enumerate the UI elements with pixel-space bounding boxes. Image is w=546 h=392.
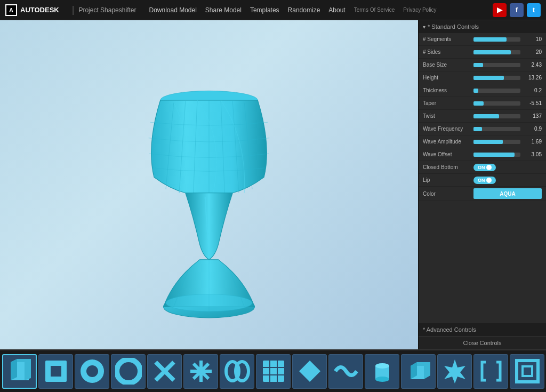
templates-link[interactable]: Templates [246, 6, 284, 14]
slider-track-5[interactable] [473, 101, 520, 106]
advanced-controls-header[interactable]: * Advanced Controls [419, 323, 546, 336]
value-1: 20 [523, 49, 542, 55]
controls-list: # Segments 10 # Sides 20 Base Size 2.43 … [419, 33, 546, 323]
slider-track-3[interactable] [473, 76, 520, 80]
shape-thumb-cube[interactable] [2, 354, 37, 389]
svg-rect-30 [263, 361, 284, 382]
slider-track-6[interactable] [473, 114, 520, 118]
closed-bottom-toggle[interactable]: ON [473, 164, 496, 171]
control-row-height: Height 13.26 [419, 71, 546, 84]
standard-controls-header[interactable]: ▾ * Standard Controls [419, 20, 546, 33]
navbar: A AUTODESK | Project Shapeshifter Downlo… [0, 0, 546, 20]
svg-point-37 [375, 363, 389, 369]
value-7: 0.9 [523, 126, 542, 132]
svg-marker-35 [299, 361, 320, 382]
label-9: Wave Offset [423, 151, 473, 157]
brand-name: AUTODESK [20, 6, 59, 14]
label-2: Base Size [423, 62, 473, 68]
randomize-link[interactable]: Randomize [284, 6, 325, 14]
slider-track-2[interactable] [473, 63, 520, 67]
shape-thumb-bracket[interactable] [473, 354, 508, 389]
value-4: 0.2 [523, 87, 542, 93]
label-3: Height [423, 75, 473, 81]
shape-thumb-square-hole[interactable] [38, 354, 73, 389]
slider-track-1[interactable] [473, 50, 520, 54]
canvas-area[interactable] [0, 20, 418, 349]
shape-thumb-cross[interactable] [147, 354, 182, 389]
color-label: Color [423, 191, 473, 197]
control-row-wave-offset: Wave Offset 3.05 [419, 148, 546, 161]
close-controls-button[interactable]: Close Controls [419, 336, 546, 349]
shape-thumb-starburst[interactable] [437, 354, 472, 389]
label-7: Wave Frequency [423, 126, 473, 132]
closed-bottom-label: Closed Bottom [423, 164, 473, 170]
lip-label: Lip [423, 177, 473, 183]
shape-thumb-cylinder[interactable] [365, 354, 399, 389]
privacy-link[interactable]: Privacy Policy [399, 7, 440, 13]
svg-rect-44 [523, 366, 532, 376]
shape-thumb-star[interactable] [183, 354, 218, 389]
controls-panel: ▾ * Standard Controls # Segments 10 # Si… [418, 20, 546, 349]
shape-thumb-circle-hole[interactable] [75, 354, 109, 389]
control-row-wave-frequency: Wave Frequency 0.9 [419, 123, 546, 135]
control-row-num-sides: # Sides 20 [419, 46, 546, 59]
color-button[interactable]: AQUA [473, 188, 542, 199]
share-model-link[interactable]: Share Model [201, 6, 246, 14]
slider-track-0[interactable] [473, 37, 520, 42]
slider-track-9[interactable] [473, 153, 520, 157]
shape-thumb-box[interactable] [401, 354, 436, 389]
slider-track-8[interactable] [473, 140, 520, 144]
svg-marker-15 [11, 359, 17, 380]
tos-link[interactable]: Terms Of Service [350, 7, 399, 13]
value-2: 2.43 [523, 62, 542, 68]
closed-bottom-row: Closed Bottom ON [419, 161, 546, 174]
svg-point-19 [86, 365, 98, 377]
brand-separator: | [72, 4, 75, 15]
svg-point-20 [117, 359, 140, 383]
svg-rect-17 [51, 366, 61, 377]
lip-row: Lip ON [419, 174, 546, 187]
value-3: 13.26 [523, 75, 542, 81]
control-row-twist: Twist 137 [419, 110, 546, 123]
value-9: 3.05 [523, 151, 542, 157]
svg-marker-42 [444, 359, 465, 383]
project-name: Project Shapeshifter [78, 6, 136, 14]
logo-letter: A [9, 7, 13, 13]
shape-thumb-frame[interactable] [510, 354, 544, 389]
shape-thumb-grid[interactable] [256, 354, 291, 389]
label-0: # Segments [423, 36, 473, 42]
bottom-bar [0, 349, 546, 392]
3d-model [124, 44, 294, 326]
value-5: -5.51 [523, 100, 542, 106]
color-row: Color AQUA [419, 187, 546, 201]
label-8: Wave Amplitude [423, 139, 473, 145]
shape-thumb-wave[interactable] [328, 354, 363, 389]
shape-thumb-ring[interactable] [111, 354, 146, 389]
youtube-icon[interactable]: ▶ [493, 3, 507, 17]
shape-thumb-chain[interactable] [220, 354, 254, 389]
main-area: ▾ * Standard Controls # Segments 10 # Si… [0, 20, 546, 349]
control-row-base-size: Base Size 2.43 [419, 59, 546, 71]
label-4: Thickness [423, 87, 473, 93]
social-links: ▶ f t [493, 3, 541, 17]
twitter-icon[interactable]: t [527, 3, 541, 17]
label-5: Taper [423, 100, 473, 106]
slider-track-7[interactable] [473, 127, 520, 131]
about-link[interactable]: About [324, 6, 349, 14]
brand: A AUTODESK [5, 4, 59, 16]
autodesk-logo: A [5, 4, 17, 16]
control-row-thickness: Thickness 0.2 [419, 84, 546, 97]
slider-track-4[interactable] [473, 89, 520, 93]
advanced-controls-label: * Advanced Controls [423, 326, 476, 333]
shape-thumb-diamond[interactable] [292, 354, 327, 389]
value-6: 137 [523, 113, 542, 119]
value-0: 10 [523, 36, 542, 42]
svg-point-38 [375, 377, 389, 382]
lip-toggle[interactable]: ON [473, 177, 496, 184]
control-row-num-segments: # Segments 10 [419, 33, 546, 46]
control-row-taper: Taper -5.51 [419, 97, 546, 110]
download-model-link[interactable]: Download Model [144, 6, 200, 14]
facebook-icon[interactable]: f [510, 3, 524, 17]
svg-point-27 [198, 369, 204, 374]
control-row-wave-amplitude: Wave Amplitude 1.69 [419, 135, 546, 148]
